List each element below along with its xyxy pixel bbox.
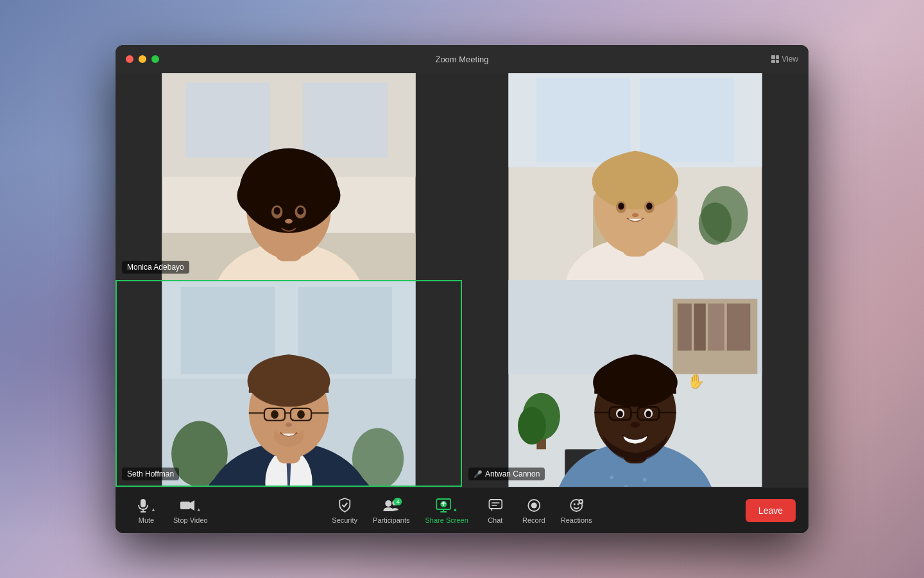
share-screen-icon	[436, 497, 451, 514]
mute-arrow: ▲	[151, 507, 156, 512]
share-screen-label: Share Screen	[425, 516, 468, 524]
toolbar-right: Leave	[746, 499, 796, 522]
view-label: View	[782, 55, 798, 64]
participants-icon: 4	[383, 497, 400, 514]
close-button[interactable]	[126, 55, 133, 63]
titlebar: Zoom Meeting View	[116, 45, 809, 73]
svg-point-20	[285, 219, 293, 223]
toolbar-wrapper: ▲ Mute ▲ Stop Vid	[128, 493, 796, 528]
chat-label: Chat	[488, 516, 502, 524]
svg-point-18	[274, 207, 280, 215]
svg-point-68	[518, 407, 546, 445]
video-cell-antwan: ✋ 🎤 Antwan Cannon	[462, 280, 809, 487]
reaction-emoji: ✋	[687, 373, 705, 390]
share-arrow: ▲	[452, 507, 458, 512]
svg-point-15	[298, 171, 327, 199]
svg-point-56	[271, 410, 278, 419]
svg-rect-65	[727, 304, 751, 351]
svg-rect-23	[536, 78, 630, 162]
svg-point-109	[578, 503, 579, 505]
svg-rect-40	[181, 287, 275, 374]
svg-rect-63	[694, 304, 705, 351]
security-icon	[338, 497, 351, 514]
svg-rect-96	[180, 502, 190, 509]
stop-video-label: Stop Video	[173, 516, 208, 524]
reactions-icon	[569, 497, 583, 514]
svg-point-108	[574, 503, 576, 505]
svg-point-36	[646, 203, 653, 210]
video-cell-monica: Monica Adebayo	[116, 73, 462, 280]
svg-point-58	[286, 423, 292, 427]
svg-point-106	[531, 502, 536, 508]
mic-icon	[137, 497, 150, 514]
svg-point-19	[297, 207, 304, 215]
window-title: Zoom Meeting	[435, 55, 488, 64]
video-grid: Monica Adebayo	[116, 73, 809, 487]
video-arrow: ▲	[196, 507, 201, 512]
mute-label: Mute	[139, 516, 154, 524]
record-icon	[527, 497, 541, 514]
svg-marker-97	[190, 500, 194, 511]
chat-button[interactable]: Chat	[477, 493, 513, 528]
svg-rect-2	[185, 83, 270, 158]
zoom-window: Zoom Meeting View	[116, 45, 809, 533]
video-icon	[180, 497, 195, 514]
svg-point-26	[699, 202, 732, 245]
svg-rect-102	[489, 500, 502, 509]
video-cell-seth: Seth Hoffman	[116, 280, 462, 487]
svg-rect-64	[708, 304, 724, 351]
security-label: Security	[332, 516, 357, 524]
svg-rect-62	[678, 304, 692, 351]
view-button[interactable]: View	[771, 55, 798, 64]
maximize-button[interactable]	[151, 55, 159, 63]
participants-badge: 4	[394, 498, 402, 505]
svg-rect-93	[141, 499, 146, 507]
svg-point-98	[386, 500, 392, 507]
video-cell-female2	[462, 73, 809, 280]
svg-rect-3	[303, 83, 388, 158]
share-screen-button[interactable]: ▲ Share Screen	[419, 493, 475, 528]
participant-name-seth: Seth Hoffman	[122, 468, 179, 480]
svg-point-14	[250, 171, 280, 201]
svg-point-74	[643, 478, 647, 482]
grid-icon	[771, 55, 779, 63]
participants-label: Participants	[373, 516, 409, 524]
traffic-lights	[126, 55, 159, 63]
participants-button[interactable]: 4 Participants	[366, 493, 416, 528]
svg-point-57	[297, 410, 305, 419]
security-button[interactable]: Security	[325, 493, 364, 528]
participant-name-antwan: 🎤 Antwan Cannon	[468, 468, 545, 480]
record-label: Record	[522, 516, 545, 524]
chat-icon	[488, 497, 502, 514]
svg-point-91	[646, 410, 651, 417]
mute-button[interactable]: ▲ Mute	[128, 493, 164, 528]
svg-point-37	[632, 213, 638, 218]
reactions-button[interactable]: Reactions	[554, 493, 599, 528]
leave-button[interactable]: Leave	[746, 499, 796, 522]
toolbar: ▲ Mute ▲ Stop Vid	[116, 487, 809, 533]
svg-rect-24	[640, 78, 733, 162]
svg-point-92	[631, 422, 640, 428]
minimize-button[interactable]	[139, 55, 146, 63]
svg-point-90	[617, 410, 623, 417]
toolbar-center: Security 4	[325, 493, 598, 528]
record-button[interactable]: Record	[516, 493, 552, 528]
svg-point-35	[618, 203, 624, 210]
reactions-label: Reactions	[561, 516, 592, 524]
toolbar-left: ▲ Mute ▲ Stop Vid	[128, 493, 214, 528]
stop-video-button[interactable]: ▲ Stop Video	[167, 493, 214, 528]
participant-name-monica: Monica Adebayo	[122, 261, 189, 274]
svg-point-72	[610, 475, 613, 479]
